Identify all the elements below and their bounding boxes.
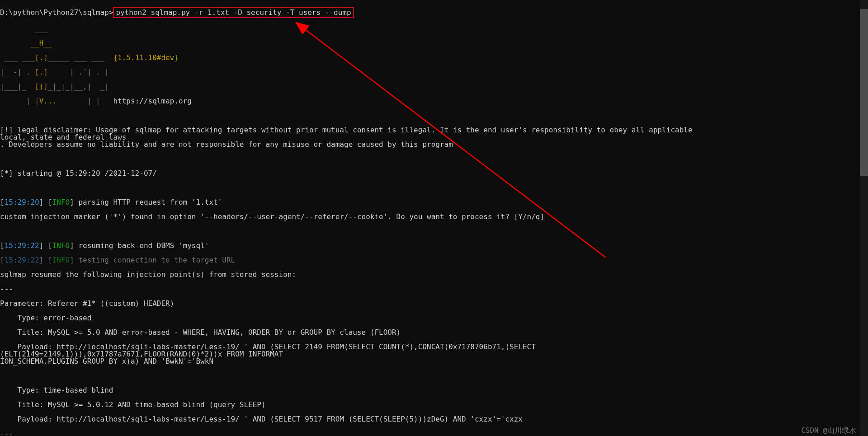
log-level-info: INFO <box>52 198 70 206</box>
disclaimer: [!] legal disclaimer: Usage of sqlmap fo… <box>0 127 705 148</box>
terminal-output[interactable]: D:\python\Python27\sqlmap>python2 sqlmap… <box>0 0 705 436</box>
prompt-path: D:\python\Python27\sqlmap> <box>0 8 113 17</box>
timestamp: 15:29:22 <box>5 256 39 264</box>
version-text: {1.5.11.10#dev} <box>113 53 179 62</box>
start-line: [*] starting @ 15:29:20 /2021-12-07/ <box>0 170 705 177</box>
watermark: CSDN @山川绿水 <box>801 427 856 434</box>
prompt-line: D:\python\Python27\sqlmap>python2 sqlmap… <box>0 7 705 18</box>
log-level-info: INFO <box>52 241 70 250</box>
site-url: https://sqlmap.org <box>113 97 191 105</box>
log-level-info: INFO <box>52 256 70 264</box>
ascii-art: ___ <box>0 25 705 33</box>
timestamp: 15:29:20 <box>5 198 39 206</box>
timestamp: 15:29:22 <box>5 241 39 250</box>
scrollbar-thumb[interactable] <box>860 9 868 176</box>
highlighted-command: python2 sqlmap.py -r 1.txt -D security -… <box>113 7 354 18</box>
scrollbar[interactable] <box>860 0 868 436</box>
